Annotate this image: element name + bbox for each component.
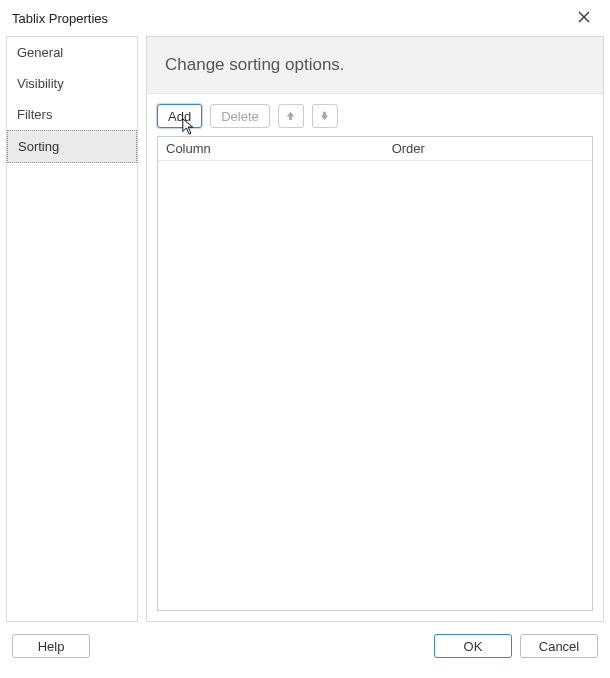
grid-header-order[interactable]: Order — [384, 137, 433, 160]
sidebar-item-label: General — [17, 45, 63, 60]
sidebar-item-label: Filters — [17, 107, 52, 122]
move-down-button[interactable] — [312, 104, 338, 128]
sidebar-item-filters[interactable]: Filters — [7, 99, 137, 130]
close-button[interactable] — [570, 4, 598, 32]
grid-header-row: Column Order — [158, 137, 592, 161]
footer-right: OK Cancel — [434, 634, 598, 658]
title-bar: Tablix Properties — [0, 0, 610, 36]
close-icon — [578, 11, 590, 26]
window-title: Tablix Properties — [12, 11, 108, 26]
sidebar-item-label: Visibility — [17, 76, 64, 91]
sidebar-item-label: Sorting — [18, 139, 59, 154]
move-up-button[interactable] — [278, 104, 304, 128]
help-button[interactable]: Help — [12, 634, 90, 658]
delete-button[interactable]: Delete — [210, 104, 270, 128]
add-button[interactable]: Add — [157, 104, 202, 128]
main-panel: Change sorting options. Add Delete Colum… — [146, 36, 604, 622]
arrow-up-icon — [285, 109, 296, 124]
ok-button[interactable]: OK — [434, 634, 512, 658]
grid-header-column[interactable]: Column — [158, 137, 384, 160]
panel-header: Change sorting options. — [147, 37, 603, 94]
cancel-button[interactable]: Cancel — [520, 634, 598, 658]
panel-heading: Change sorting options. — [165, 55, 585, 75]
arrow-down-icon — [319, 109, 330, 124]
dialog-footer: Help OK Cancel — [0, 622, 610, 670]
grid-body — [158, 161, 592, 610]
sort-grid[interactable]: Column Order — [157, 136, 593, 611]
sort-toolbar: Add Delete — [147, 94, 603, 136]
sidebar-item-sorting[interactable]: Sorting — [7, 130, 137, 163]
sidebar-item-visibility[interactable]: Visibility — [7, 68, 137, 99]
sort-grid-wrap: Column Order — [147, 136, 603, 621]
nav-sidebar: General Visibility Filters Sorting — [6, 36, 138, 622]
dialog-body: General Visibility Filters Sorting Chang… — [0, 36, 610, 622]
sidebar-item-general[interactable]: General — [7, 37, 137, 68]
